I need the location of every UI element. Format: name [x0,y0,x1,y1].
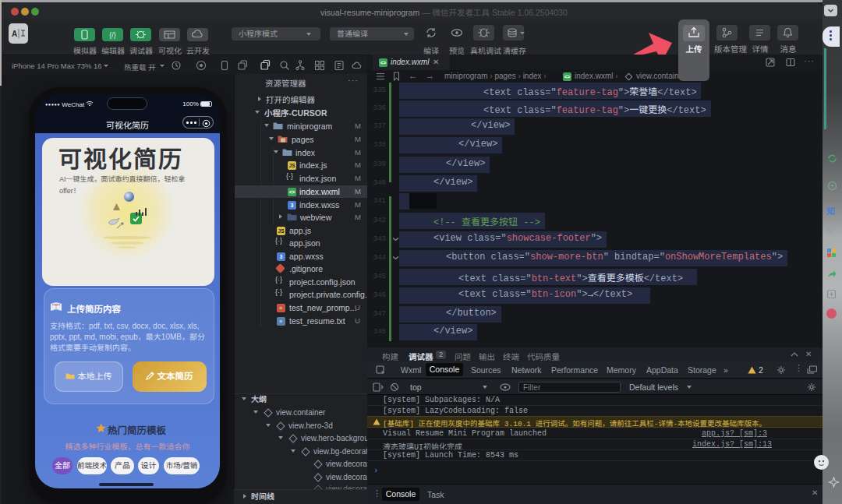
svg-text:{/}: {/} [109,31,116,39]
svg-text:A: A [12,30,17,38]
